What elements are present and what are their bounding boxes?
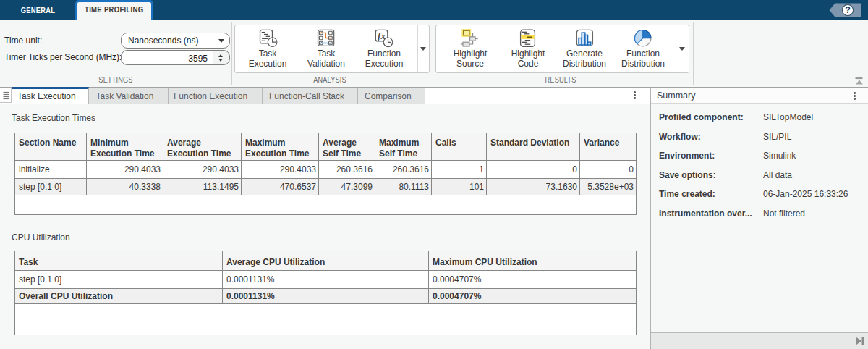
svg-text:?: ? bbox=[845, 5, 851, 15]
